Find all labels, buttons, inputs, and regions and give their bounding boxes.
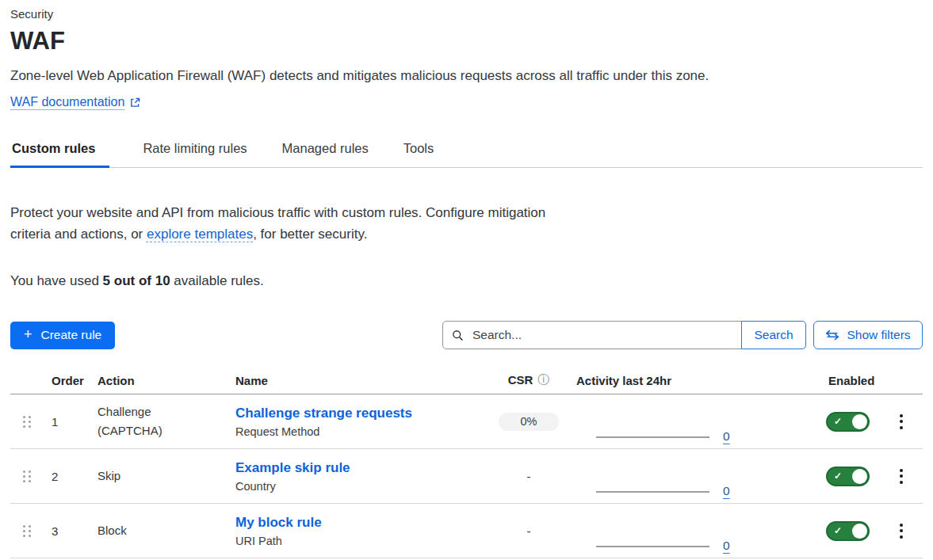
kebab-menu-icon[interactable] xyxy=(895,464,908,489)
csr-cell: - xyxy=(527,524,531,538)
search-box xyxy=(442,321,742,349)
enabled-toggle[interactable]: ✓ xyxy=(826,467,870,486)
usage-prefix: You have used xyxy=(10,273,103,288)
info-icon[interactable]: ⓘ xyxy=(537,372,549,387)
tab-tools[interactable]: Tools xyxy=(402,141,436,167)
check-icon: ✓ xyxy=(834,526,842,535)
column-header-csr: CSR ⓘ xyxy=(508,372,550,387)
intro-paragraph: Protect your website and API from malici… xyxy=(10,202,923,245)
enabled-cell: ✓ xyxy=(802,412,880,432)
activity-sparkline xyxy=(596,491,709,493)
activity-cell: 0 xyxy=(576,394,735,448)
search-group: Search Show filters xyxy=(442,321,923,349)
activity-sparkline xyxy=(596,546,709,547)
rule-name-link[interactable]: Challenge strange requests xyxy=(235,406,412,421)
tab-managed-rules[interactable]: Managed rules xyxy=(281,141,370,167)
page-description: Zone-level Web Application Firewall (WAF… xyxy=(10,67,923,84)
activity-cell: 0 xyxy=(576,504,735,558)
explore-templates-link[interactable]: explore templates xyxy=(147,227,253,242)
rule-order: 2 xyxy=(44,470,90,483)
tab-bar: Custom rules Rate limiting rules Managed… xyxy=(10,141,923,168)
waf-page: Security WAF Zone-level Web Application … xyxy=(0,0,933,558)
column-header-activity: Activity last 24hr xyxy=(576,374,735,387)
csr-badge: 0% xyxy=(499,413,559,431)
page-title: WAF xyxy=(10,26,923,56)
csr-cell: 0% xyxy=(499,413,559,431)
drag-handle-icon[interactable] xyxy=(20,522,34,540)
rule-order: 3 xyxy=(44,524,90,538)
csr-header-label: CSR xyxy=(508,373,533,387)
tab-custom-rules[interactable]: Custom rules xyxy=(10,141,109,167)
swap-arrows-icon xyxy=(825,330,839,341)
column-header-name: Name xyxy=(226,374,481,387)
column-header-enabled: Enabled xyxy=(802,374,880,387)
plus-icon: + xyxy=(24,326,33,343)
rule-name-link[interactable]: My block rule xyxy=(235,515,322,531)
create-rule-label: Create rule xyxy=(41,328,102,342)
activity-count-link[interactable]: 0 xyxy=(723,429,730,444)
create-rule-button[interactable]: + Create rule xyxy=(10,322,115,349)
search-icon xyxy=(452,330,464,341)
usage-suffix: available rules. xyxy=(170,273,264,288)
activity-count-link[interactable]: 0 xyxy=(723,539,730,553)
column-header-order: Order xyxy=(44,374,90,387)
kebab-menu-icon[interactable] xyxy=(895,410,908,434)
rule-field: Country xyxy=(235,480,481,493)
check-icon: ✓ xyxy=(834,471,842,481)
activity-cell: 0 xyxy=(576,449,735,503)
toggle-knob xyxy=(852,524,867,539)
rule-action: Skip xyxy=(90,467,193,486)
activity-sparkline xyxy=(596,436,709,438)
column-header-action: Action xyxy=(90,374,226,387)
check-icon: ✓ xyxy=(834,417,842,426)
toggle-knob xyxy=(852,469,867,484)
drag-handle-icon[interactable] xyxy=(20,467,34,486)
rule-order: 1 xyxy=(44,415,90,429)
rules-table-header: Order Action Name CSR ⓘ Activity last 24… xyxy=(10,372,923,394)
enabled-toggle[interactable]: ✓ xyxy=(826,521,870,541)
rule-action: Block xyxy=(90,521,193,540)
external-link-icon xyxy=(130,97,140,108)
rule-field: URI Path xyxy=(235,535,481,547)
show-filters-button[interactable]: Show filters xyxy=(813,321,923,349)
search-button[interactable]: Search xyxy=(741,321,806,349)
toggle-knob xyxy=(852,414,867,429)
table-row: 2 Skip Example skip rule Country - 0 ✓ xyxy=(10,449,923,504)
breadcrumb: Security xyxy=(10,6,923,22)
enabled-cell: ✓ xyxy=(802,521,880,541)
rule-field: Request Method xyxy=(235,425,481,438)
drag-handle-icon[interactable] xyxy=(20,413,34,431)
rule-name-link[interactable]: Example skip rule xyxy=(235,460,350,476)
table-row: 3 Block My block rule URI Path - 0 ✓ xyxy=(10,504,923,558)
waf-documentation-link[interactable]: WAF documentation xyxy=(10,95,124,109)
csr-cell: - xyxy=(527,470,531,483)
enabled-toggle[interactable]: ✓ xyxy=(826,412,870,432)
rules-toolbar: + Create rule Search xyxy=(10,321,923,349)
show-filters-label: Show filters xyxy=(847,328,910,342)
rule-action: Challenge (CAPTCHA) xyxy=(90,402,193,440)
intro-text-after: , for better security. xyxy=(253,227,367,242)
kebab-menu-icon[interactable] xyxy=(895,519,908,543)
rule-name-cell: My block rule URI Path xyxy=(226,515,481,547)
usage-count: 5 out of 10 xyxy=(103,273,170,288)
rule-name-cell: Example skip rule Country xyxy=(226,460,481,493)
enabled-cell: ✓ xyxy=(802,467,880,486)
table-row: 1 Challenge (CAPTCHA) Challenge strange … xyxy=(10,394,923,449)
usage-summary: You have used 5 out of 10 available rule… xyxy=(10,273,923,289)
search-input[interactable] xyxy=(471,327,732,343)
doc-link-row: WAF documentation xyxy=(10,95,923,109)
activity-count-link[interactable]: 0 xyxy=(723,484,730,498)
tab-rate-limiting-rules[interactable]: Rate limiting rules xyxy=(141,141,248,167)
rule-name-cell: Challenge strange requests Request Metho… xyxy=(226,406,481,438)
